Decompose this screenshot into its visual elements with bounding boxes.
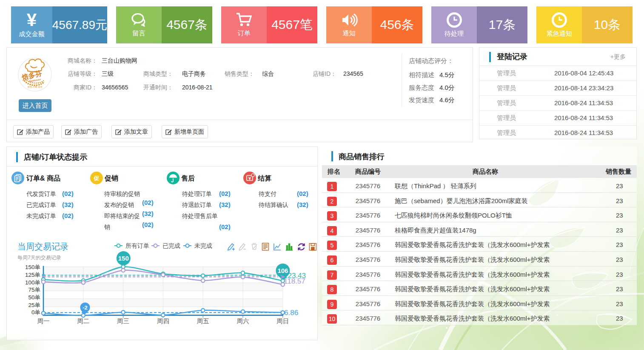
svg-text:周五: 周五 [197, 318, 209, 324]
svg-text:0单: 0单 [31, 309, 40, 316]
svg-text:周日: 周日 [276, 318, 289, 324]
svg-text:已完成: 已完成 [162, 242, 180, 249]
svg-text:106: 106 [277, 267, 288, 274]
svg-text:面包·早餐·曲奇: 面包·早餐·曲奇 [28, 86, 43, 89]
svg-text:75单: 75单 [28, 287, 40, 293]
svg-text:周一: 周一 [37, 318, 50, 324]
svg-text:150: 150 [118, 255, 129, 262]
svg-text:6.86: 6.86 [284, 309, 298, 317]
svg-text:125单: 125单 [25, 272, 40, 278]
svg-text:未完成: 未完成 [194, 242, 212, 249]
svg-text:所有订单: 所有订单 [125, 242, 149, 249]
svg-text:25单: 25单 [28, 302, 40, 308]
svg-text:118.57: 118.57 [284, 277, 305, 285]
svg-text:50单: 50单 [28, 294, 40, 301]
svg-text:周四: 周四 [157, 318, 169, 324]
svg-text:周二: 周二 [77, 318, 89, 324]
svg-text:周六: 周六 [237, 318, 249, 324]
svg-text:周三: 周三 [117, 318, 129, 324]
svg-text:促: 促 [94, 175, 100, 181]
svg-text:150单: 150单 [25, 264, 40, 270]
svg-text:-2: -2 [83, 304, 88, 311]
svg-text:100单: 100单 [25, 279, 40, 286]
